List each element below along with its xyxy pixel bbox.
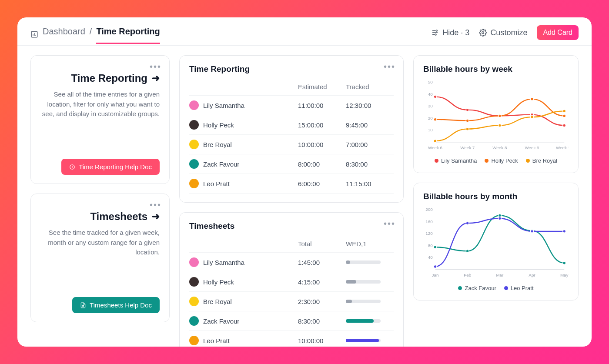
- total-cell: 4:15:00: [298, 278, 346, 286]
- breadcrumb: Dashboard / Time Reporting: [30, 27, 160, 44]
- avatar: [189, 100, 199, 110]
- hide-button[interactable]: Hide · 3: [431, 28, 469, 37]
- svg-text:Week 7: Week 7: [460, 145, 475, 150]
- table-row[interactable]: Holly Peck4:15:00: [189, 272, 394, 292]
- person-name: Leo Pratt: [203, 180, 230, 187]
- more-icon[interactable]: •••: [150, 62, 161, 72]
- svg-point-51: [563, 230, 566, 233]
- svg-text:50: 50: [428, 80, 433, 84]
- progress-bar: [346, 319, 381, 323]
- svg-point-21: [434, 118, 437, 121]
- progress-bar: [346, 260, 381, 264]
- avatar: [189, 297, 199, 306]
- tracked-cell: 12:30:00: [346, 102, 394, 109]
- svg-text:160: 160: [425, 219, 433, 224]
- more-icon[interactable]: •••: [384, 62, 395, 72]
- estimated-cell: 15:00:00: [298, 121, 346, 129]
- total-cell: 2:30:00: [298, 298, 346, 305]
- chart-icon: [30, 30, 38, 40]
- tracked-cell: 9:45:00: [346, 121, 394, 129]
- tracked-cell: 11:15:00: [346, 180, 394, 187]
- svg-point-44: [498, 214, 501, 217]
- svg-point-26: [434, 140, 437, 143]
- svg-text:Week 8: Week 8: [492, 145, 507, 150]
- estimated-cell: 8:00:00: [298, 160, 346, 168]
- avatar: [189, 179, 199, 188]
- estimated-cell: 11:00:00: [298, 102, 346, 109]
- customize-button[interactable]: Customize: [479, 28, 527, 37]
- progress-bar: [346, 280, 381, 284]
- svg-text:Jan: Jan: [432, 273, 439, 277]
- chart-title: Billable hours by month: [423, 192, 569, 201]
- svg-text:10: 10: [428, 127, 433, 132]
- time-reporting-info-card: ••• Time Reporting ➜ See all of the time…: [30, 55, 170, 184]
- breadcrumb-current[interactable]: Time Reporting: [96, 27, 160, 44]
- line-chart-month: 4080120160200JanFebMarAprMay: [423, 206, 569, 280]
- svg-text:200: 200: [425, 207, 433, 212]
- person-name: Lily Samantha: [203, 259, 244, 266]
- clock-icon: [69, 164, 75, 170]
- legend-item: Lily Samantha: [435, 157, 477, 164]
- table-header: Estimated Tracked: [189, 78, 394, 96]
- svg-text:30: 30: [428, 104, 433, 108]
- card-desc: See all of the time entries for a given …: [40, 90, 160, 119]
- breadcrumb-dashboard[interactable]: Dashboard: [43, 27, 85, 44]
- arrow-right-icon[interactable]: ➜: [152, 73, 160, 84]
- table-row[interactable]: Zack Favour8:30:00: [189, 311, 394, 331]
- svg-text:Feb: Feb: [464, 273, 471, 277]
- arrow-right-icon[interactable]: ➜: [152, 211, 160, 222]
- svg-point-25: [563, 114, 566, 117]
- person-name: Lily Samantha: [203, 102, 244, 109]
- legend-item: Zack Favour: [458, 285, 496, 291]
- progress-bar: [346, 300, 381, 303]
- person-name: Holly Peck: [203, 278, 234, 286]
- legend-item: Holly Peck: [485, 157, 518, 164]
- time-reporting-help-button[interactable]: Time Reporting Help Doc: [61, 159, 160, 175]
- add-card-button[interactable]: Add Card: [537, 25, 579, 40]
- svg-point-43: [466, 250, 469, 253]
- total-cell: 1:45:00: [298, 259, 346, 266]
- table-row[interactable]: Leo Pratt10:00:00: [189, 331, 394, 347]
- more-icon[interactable]: •••: [150, 200, 161, 210]
- estimated-cell: 10:00:00: [298, 141, 346, 148]
- billable-by-month-card: Billable hours by month 4080120160200Jan…: [413, 183, 579, 301]
- table-row[interactable]: Leo Pratt6:00:0011:15:00: [189, 174, 394, 194]
- time-reporting-table-card: ••• Time Reporting Estimated Tracked Lil…: [179, 55, 404, 203]
- card-desc: See the time tracked for a given week, m…: [40, 228, 160, 257]
- table-row[interactable]: Lily Samantha1:45:00: [189, 253, 394, 272]
- timesheets-help-button[interactable]: Timesheets Help Doc: [72, 297, 160, 313]
- table-row[interactable]: Lily Samantha11:00:0012:30:00: [189, 96, 394, 115]
- svg-point-49: [498, 217, 501, 220]
- person-name: Holly Peck: [203, 121, 234, 129]
- legend-item: Leo Pratt: [504, 285, 534, 291]
- card-title: Timesheets ➜: [40, 210, 160, 223]
- svg-text:80: 80: [428, 243, 433, 248]
- table-row[interactable]: Bre Royal2:30:00: [189, 292, 394, 311]
- table-row[interactable]: Bre Royal10:00:007:00:00: [189, 135, 394, 154]
- person-name: Zack Favour: [203, 317, 239, 325]
- svg-text:Mar: Mar: [496, 273, 504, 277]
- more-icon[interactable]: •••: [384, 219, 395, 229]
- svg-point-22: [466, 119, 469, 122]
- sliders-icon: [431, 29, 439, 37]
- table-header: Total WED,1: [189, 235, 394, 253]
- card-title: Time Reporting ➜: [40, 72, 160, 84]
- chart-title: Billable hours by week: [423, 64, 569, 74]
- person-name: Zack Favour: [203, 160, 239, 168]
- estimated-cell: 6:00:00: [298, 180, 346, 187]
- avatar: [189, 257, 199, 267]
- avatar: [189, 120, 199, 130]
- person-name: Leo Pratt: [203, 337, 230, 344]
- svg-text:40: 40: [428, 255, 433, 260]
- svg-text:Week 10: Week 10: [556, 145, 569, 150]
- svg-text:Week 9: Week 9: [525, 145, 539, 150]
- avatar: [189, 159, 199, 169]
- table-row[interactable]: Holly Peck15:00:009:45:00: [189, 115, 394, 135]
- avatar: [189, 316, 199, 326]
- svg-point-17: [466, 108, 469, 111]
- billable-by-week-card: Billable hours by week 1020304050Week 6W…: [413, 55, 579, 173]
- progress-bar: [346, 339, 381, 342]
- svg-text:20: 20: [428, 116, 433, 120]
- table-row[interactable]: Zack Favour8:00:008:30:00: [189, 154, 394, 174]
- svg-point-42: [434, 246, 437, 249]
